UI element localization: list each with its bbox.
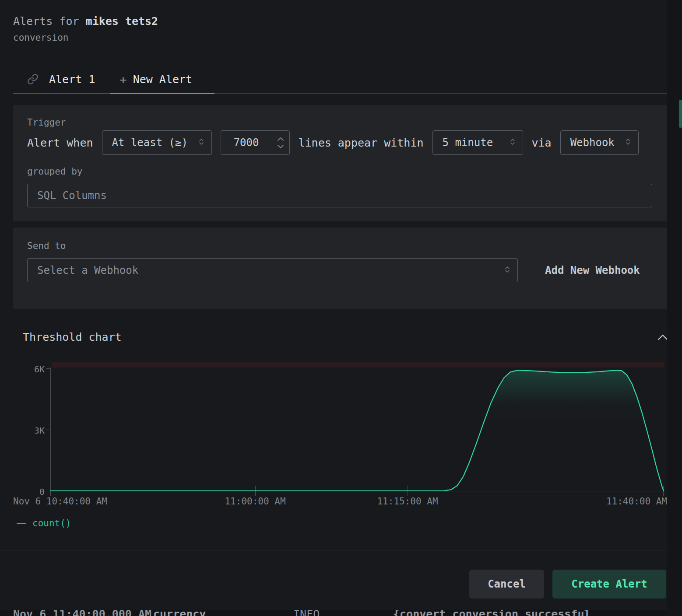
y-tick [46, 430, 50, 430]
x-tick [663, 486, 664, 496]
y-tick-label: 3K [18, 425, 45, 436]
y-axis-line [50, 368, 51, 496]
alert-tabs: Alert 1 + New Alert [13, 66, 206, 93]
threshold-number-input[interactable]: 7000 [221, 130, 290, 155]
x-tick [255, 486, 256, 496]
footer-divider [0, 550, 682, 550]
page-title-prefix: Alerts for [13, 15, 86, 28]
alert-settings-modal: Alerts for mikes tets2 conversion Alert … [0, 0, 682, 616]
threshold-chart-title: Threshold chart [23, 331, 122, 343]
select-chevrons-icon [625, 136, 631, 149]
log-service: currency [153, 610, 206, 616]
time-window-value: 5 minute [443, 136, 493, 149]
add-new-webhook-button[interactable]: Add New Webhook [545, 258, 640, 282]
y-tick [46, 491, 50, 491]
legend-line-swatch [17, 523, 26, 524]
spinner-down-icon[interactable] [277, 144, 284, 149]
tab-alert-1-label: Alert 1 [49, 73, 95, 86]
page-title-source-name: mikes tets2 [86, 15, 158, 28]
log-level: INFO [293, 610, 320, 616]
grouped-by-label: grouped by [27, 166, 82, 177]
operator-value: At least (≥) [112, 136, 188, 149]
page-title: Alerts for mikes tets2 [13, 15, 158, 28]
chart-legend: count() [17, 518, 71, 528]
webhook-select-placeholder: Select a Webhook [37, 264, 138, 276]
group-by-placeholder: SQL Columns [37, 189, 107, 202]
lines-appear-label: lines appear within [299, 136, 424, 149]
select-chevrons-icon [510, 136, 516, 149]
group-by-input[interactable]: SQL Columns [27, 184, 652, 207]
select-chevrons-icon [504, 264, 510, 276]
spinner-up-icon[interactable] [277, 137, 284, 141]
trigger-condition-row: Alert when At least (≥) 7000 line [27, 130, 639, 155]
tab-new-alert-label: New Alert [133, 73, 192, 86]
x-axis-line [50, 491, 664, 491]
y-tick-label: 6K [18, 364, 45, 374]
time-window-select[interactable]: 5 minute [432, 130, 523, 155]
send-to-label: Send to [27, 241, 66, 251]
log-message: {convert conversion successful [393, 610, 591, 616]
link-icon [27, 74, 39, 85]
x-tick-label: 11:15:00 AM [377, 496, 438, 507]
x-tick-label: 11:00:00 AM [225, 496, 285, 507]
scrollbar-thumb[interactable] [679, 100, 682, 128]
y-tick-label: 0 [18, 486, 45, 497]
series-line-count [50, 370, 664, 491]
legend-label: count() [32, 518, 71, 528]
log-timestamp: Nov 6 11:40:00.000 AM [13, 610, 151, 616]
threshold-value: 7000 [221, 136, 272, 149]
via-label: via [532, 136, 552, 149]
series-area [50, 370, 664, 491]
trigger-section-label: Trigger [27, 117, 66, 128]
channel-select[interactable]: Webhook [560, 130, 639, 155]
tab-alert-1[interactable]: Alert 1 [13, 66, 108, 93]
cancel-button[interactable]: Cancel [469, 570, 544, 598]
channel-value: Webhook [570, 136, 615, 149]
background-log-row: Nov 6 11:40:00.000 AM currency INFO {con… [0, 610, 682, 616]
plus-icon: + [120, 73, 127, 86]
page-subtitle: conversion [13, 32, 68, 43]
create-alert-button[interactable]: Create Alert [552, 570, 666, 598]
alert-when-label: Alert when [27, 136, 93, 149]
tab-alert-1-underline [13, 93, 110, 94]
operator-select[interactable]: At least (≥) [102, 130, 212, 155]
x-tick-label: Nov 6 10:40:00 AM [13, 496, 107, 507]
x-tick-label: 11:40:00 AM [606, 496, 667, 507]
tab-new-alert-active-underline [110, 93, 214, 94]
x-tick [408, 486, 408, 496]
y-tick [46, 368, 50, 369]
right-gutter [667, 0, 682, 616]
select-chevrons-icon [198, 136, 204, 149]
number-spinner [272, 131, 289, 154]
trigger-panel: Trigger Alert when At least (≥) 7000 [13, 105, 667, 221]
threshold-band [52, 362, 664, 368]
send-to-panel: Send to Select a Webhook Add New Webhook [13, 228, 667, 309]
tab-new-alert[interactable]: + New Alert [108, 66, 206, 93]
webhook-select[interactable]: Select a Webhook [27, 258, 518, 282]
